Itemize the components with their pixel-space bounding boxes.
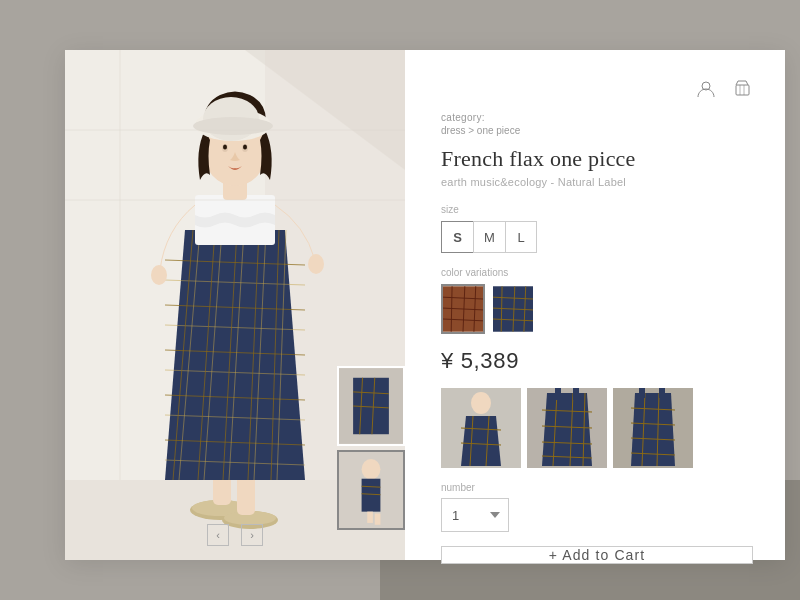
size-options: S M L	[441, 221, 753, 253]
svg-rect-56	[362, 479, 381, 512]
svg-rect-59	[367, 512, 373, 523]
quantity-select[interactable]: 1 2 3 4 5	[441, 498, 509, 532]
user-icon[interactable]	[695, 78, 717, 100]
product-price: ¥ 5,389	[441, 348, 753, 374]
svg-point-55	[362, 459, 381, 480]
product-detail-thumbs	[441, 388, 753, 468]
color-swatches	[441, 284, 753, 334]
detail-thumb-1[interactable]	[441, 388, 521, 468]
svg-rect-105	[639, 388, 645, 398]
number-label: number	[441, 482, 753, 493]
product-card: ‹ › category: dress	[65, 50, 785, 560]
product-title: French flax one picce	[441, 146, 753, 172]
svg-marker-81	[461, 416, 501, 466]
detail-thumb-2[interactable]	[527, 388, 607, 468]
svg-point-41	[243, 145, 247, 150]
quantity-selector: 1 2 3 4 5	[441, 498, 753, 532]
header-icons	[441, 78, 753, 100]
thumb-item-1[interactable]	[337, 366, 405, 446]
size-btn-m[interactable]: M	[473, 221, 505, 253]
next-thumbnail-button[interactable]: ›	[241, 524, 263, 546]
svg-point-80	[471, 392, 491, 414]
color-label: color variations	[441, 267, 753, 278]
size-btn-l[interactable]: L	[505, 221, 537, 253]
detail-thumb-3[interactable]	[613, 388, 693, 468]
thumbnail-nav: ‹ ›	[207, 524, 263, 546]
thumbnail-strip	[337, 366, 405, 530]
svg-rect-106	[659, 388, 665, 398]
cart-icon[interactable]	[731, 78, 753, 100]
color-swatch-1[interactable]	[441, 284, 485, 334]
svg-rect-95	[555, 388, 561, 400]
svg-point-44	[193, 117, 273, 135]
svg-rect-60	[375, 514, 381, 525]
thumb-item-2[interactable]	[337, 450, 405, 530]
add-to-cart-button[interactable]: + Add to Cart	[441, 546, 753, 564]
product-image-panel: ‹ ›	[65, 50, 405, 560]
color-swatch-2[interactable]	[491, 284, 535, 334]
prev-thumbnail-button[interactable]: ‹	[207, 524, 229, 546]
svg-rect-62	[736, 85, 749, 95]
svg-rect-96	[573, 388, 579, 400]
svg-point-34	[151, 265, 167, 285]
svg-point-35	[308, 254, 324, 274]
breadcrumb: dress > one piece	[441, 125, 753, 136]
category-label: category:	[441, 112, 753, 123]
size-btn-s[interactable]: S	[441, 221, 473, 253]
size-label: size	[441, 204, 753, 215]
product-brand: earth music&ecology - Natural Label	[441, 176, 753, 188]
svg-point-40	[223, 145, 227, 150]
product-details-panel: category: dress > one piece French flax …	[405, 50, 785, 560]
